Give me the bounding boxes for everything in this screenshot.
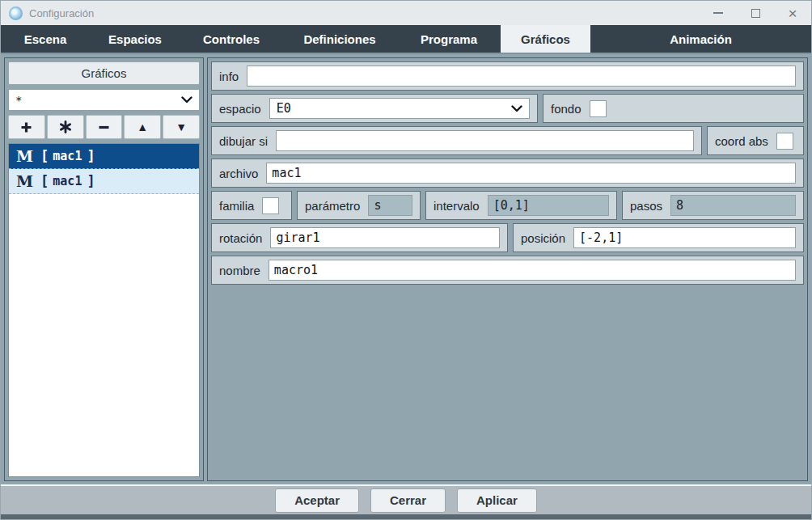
posicion-label: posición [521, 231, 565, 245]
fondo-label: fondo [551, 102, 582, 116]
coord-abs-label: coord abs [715, 134, 768, 148]
window-controls: × [700, 1, 811, 25]
footer-bar: Aceptar Cerrar Aplicar [1, 484, 811, 519]
intervalo-label: intervalo [433, 199, 480, 213]
tab-programa[interactable]: Programa [397, 25, 501, 53]
macro-type-glyph: M [16, 147, 33, 165]
remove-graphic-button[interactable] [86, 115, 123, 139]
pasos-label: pasos [630, 199, 662, 213]
bracket-open: [ [40, 173, 48, 189]
close-button[interactable]: × [774, 1, 811, 25]
graphic-properties-panel: info espacio E0 fondo [207, 57, 808, 481]
form-row-familia: familia parámetro intervalo pasos [211, 191, 804, 220]
info-label: info [219, 70, 239, 83]
app-logo-icon [9, 6, 23, 20]
nombre-input[interactable] [269, 260, 796, 281]
item-name: mac1 [53, 149, 82, 163]
macro-type-glyph: M [16, 172, 33, 190]
coord-abs-checkbox[interactable] [776, 133, 793, 150]
item-name: mac1 [53, 174, 82, 188]
dibujar-si-group: dibujar si [211, 126, 702, 155]
list-item-macro-selected[interactable]: M [ mac1 ] [9, 144, 199, 169]
familia-label: familia [219, 199, 254, 213]
form-row-archivo: archivo [211, 159, 804, 188]
parametro-group: parámetro [297, 191, 421, 220]
tab-bar: Escena Espacios Controles Definiciones P… [1, 25, 811, 53]
dibujar-si-label: dibujar si [219, 134, 268, 148]
triangle-up-icon: ▲ [137, 120, 148, 133]
bracket-close: ] [87, 148, 94, 164]
fondo-group: fondo [543, 94, 804, 123]
form-row-espacio: espacio E0 fondo [211, 94, 804, 123]
duplicate-graphic-button[interactable] [47, 115, 84, 139]
archivo-input[interactable] [266, 163, 796, 184]
rotacion-label: rotación [219, 231, 262, 245]
parametro-label: parámetro [305, 199, 360, 213]
tab-animacion[interactable]: Animación [590, 25, 811, 53]
posicion-group: posición [513, 223, 804, 252]
minus-icon [98, 121, 110, 133]
form-row-nombre: nombre [211, 256, 804, 285]
intervalo-group: intervalo [425, 191, 617, 220]
espacio-select[interactable]: E0 [269, 98, 530, 119]
parametro-input [368, 195, 412, 216]
espacio-label: espacio [219, 102, 261, 116]
tab-escena[interactable]: Escena [1, 25, 90, 53]
nombre-group: nombre [211, 256, 804, 285]
pasos-group: pasos [622, 191, 804, 220]
configuration-window: Configuración × Escena Espacios Controle… [0, 0, 812, 520]
minimize-icon [713, 12, 723, 14]
intervalo-input [488, 195, 609, 216]
main-area: Gráficos * ▲ ▼ [1, 53, 811, 484]
triangle-down-icon: ▼ [176, 120, 187, 133]
bracket-open: [ [40, 148, 48, 164]
graphics-toolbar: ▲ ▼ [8, 115, 200, 139]
espacio-group: espacio E0 [211, 94, 538, 123]
maximize-button[interactable] [737, 1, 774, 25]
info-group: info [211, 61, 804, 91]
graphics-panel-header[interactable]: Gráficos [8, 61, 200, 85]
tab-espacios[interactable]: Espacios [90, 25, 180, 53]
tab-graficos[interactable]: Gráficos [501, 25, 590, 53]
add-graphic-button[interactable] [8, 115, 45, 139]
close-icon: × [788, 6, 797, 21]
archivo-group: archivo [211, 159, 804, 188]
apply-button[interactable]: Aplicar [457, 488, 537, 513]
maximize-icon [751, 9, 760, 18]
archivo-label: archivo [219, 167, 258, 180]
form-row-rotacion: rotación posición [211, 223, 804, 252]
dibujar-si-input[interactable] [276, 130, 694, 151]
graphics-filter-select[interactable]: * [8, 89, 200, 111]
list-item-macro[interactable]: M [ mac1 ] [9, 169, 199, 194]
titlebar: Configuración × [1, 1, 811, 25]
nombre-label: nombre [219, 264, 260, 277]
familia-group: familia [211, 191, 292, 220]
familia-checkbox[interactable] [262, 197, 279, 214]
tab-definiciones[interactable]: Definiciones [282, 25, 397, 53]
graphics-list: M [ mac1 ] M [ mac1 ] [8, 143, 200, 477]
chevron-down-icon [511, 105, 522, 112]
plus-icon [20, 121, 32, 133]
bracket-close: ] [87, 173, 94, 189]
chevron-down-icon [181, 96, 192, 104]
espacio-value: E0 [277, 101, 506, 116]
rotacion-group: rotación [211, 223, 508, 252]
fondo-checkbox[interactable] [590, 100, 607, 117]
rotacion-input[interactable] [270, 227, 500, 248]
window-title: Configuración [29, 7, 94, 19]
asterisk-icon [59, 120, 72, 133]
form-row-dibujar: dibujar si coord abs [211, 126, 804, 155]
minimize-button[interactable] [700, 1, 737, 25]
posicion-input[interactable] [573, 227, 796, 248]
coord-abs-group: coord abs [707, 126, 804, 155]
form-row-info: info [211, 61, 804, 91]
close-dialog-button[interactable]: Cerrar [370, 488, 446, 513]
graphics-filter-value: * [15, 94, 176, 107]
info-input[interactable] [247, 66, 796, 87]
move-up-button[interactable]: ▲ [124, 115, 161, 139]
graphics-list-panel: Gráficos * ▲ ▼ [4, 57, 204, 481]
accept-button[interactable]: Aceptar [275, 488, 359, 513]
move-down-button[interactable]: ▼ [163, 115, 200, 139]
pasos-input [670, 195, 796, 216]
tab-controles[interactable]: Controles [180, 25, 282, 53]
